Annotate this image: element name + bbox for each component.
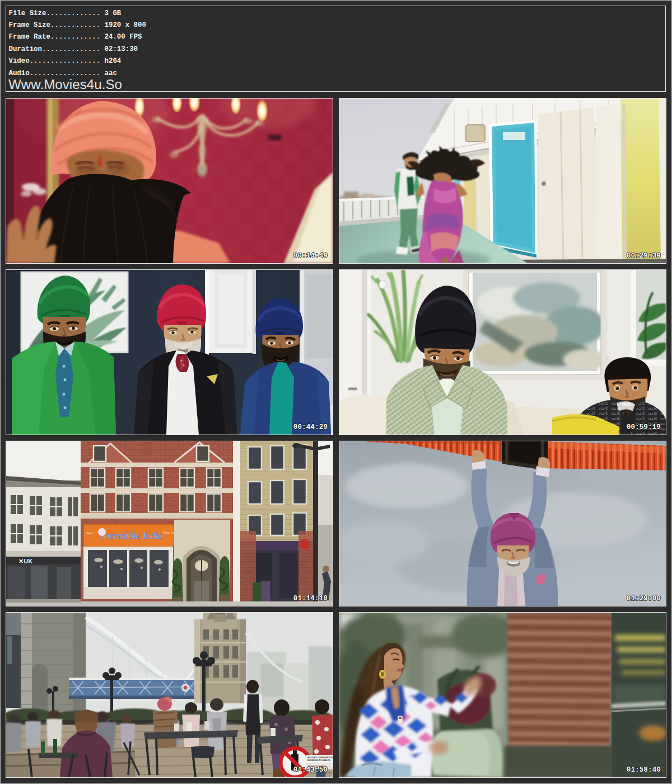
svg-text:INJURIOUS TO HEALTH: INJURIOUS TO HEALTH — [307, 759, 330, 762]
svg-text:00:29:39: 00:29:39 — [627, 252, 661, 260]
svg-text:01:58:40: 01:58:40 — [627, 766, 661, 774]
svg-text:Dine In: Dine In — [163, 531, 174, 534]
svg-text:00:59:19: 00:59:19 — [627, 423, 661, 431]
svg-text:✕UK: ✕UK — [18, 558, 32, 564]
svg-text:Incredible India: Incredible India — [101, 530, 162, 541]
svg-text:01:29:00: 01:29:00 — [627, 595, 661, 603]
svg-text:01:43:50: 01:43:50 — [293, 766, 328, 774]
svg-text:00:14:49: 00:14:49 — [293, 252, 328, 260]
svg-text:Open: Open — [86, 531, 93, 535]
svg-text:00:44:29: 00:44:29 — [293, 423, 328, 431]
svg-text:01:14:10: 01:14:10 — [293, 595, 328, 603]
svg-text:ALCOHOL CONSUMPTION IS: ALCOHOL CONSUMPTION IS — [307, 757, 333, 759]
